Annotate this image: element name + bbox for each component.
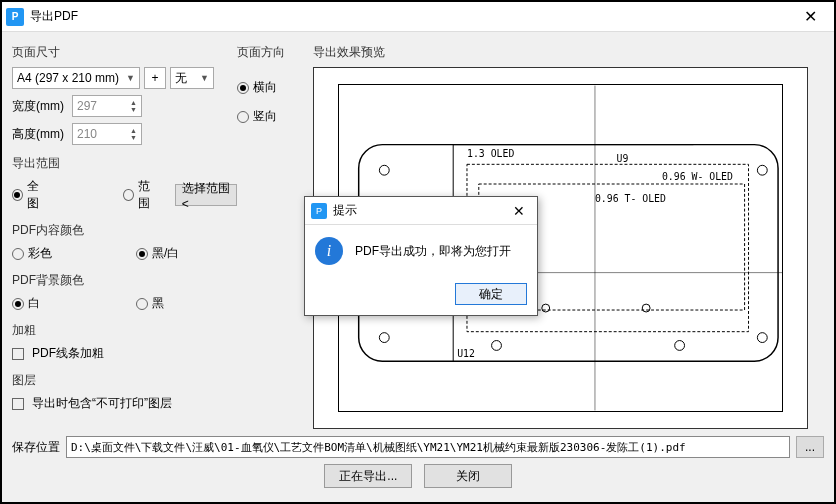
export-range-title: 导出范围: [12, 155, 237, 172]
svg-point-13: [492, 341, 502, 351]
color-radio[interactable]: 彩色: [12, 245, 52, 262]
bold-checkbox[interactable]: [12, 348, 24, 360]
dialog-title: 提示: [333, 202, 507, 219]
close-icon[interactable]: ✕: [790, 3, 830, 31]
bw-label: 黑/白: [152, 245, 179, 262]
orientation-title: 页面方向: [237, 44, 313, 61]
spinner-icon: ▲▼: [130, 127, 137, 141]
ok-button[interactable]: 确定: [455, 283, 527, 305]
browse-button[interactable]: ...: [796, 436, 824, 458]
unit-select[interactable]: 无▼: [170, 67, 214, 89]
content-color-title: PDF内容颜色: [12, 222, 237, 239]
height-input[interactable]: 210▲▼: [72, 123, 142, 145]
save-path-input[interactable]: D:\桌面文件\下载文件\汪威\01-血氧仪\工艺文件BOM清单\机械图纸\YM…: [66, 436, 790, 458]
bw-radio[interactable]: 黑/白: [136, 245, 179, 262]
width-input[interactable]: 297▲▼: [72, 95, 142, 117]
svg-point-11: [542, 304, 550, 312]
window-title: 导出PDF: [30, 8, 790, 25]
landscape-label: 横向: [253, 79, 277, 96]
portrait-label: 竖向: [253, 108, 277, 125]
range-range-radio[interactable]: 范围: [123, 178, 158, 212]
layer-checkbox[interactable]: [12, 398, 24, 410]
select-range-button[interactable]: 选择范围<: [175, 184, 237, 206]
label-13-oled: 1.3 OLED: [467, 148, 514, 159]
spinner-icon: ▲▼: [130, 99, 137, 113]
page-preset-select[interactable]: A4 (297 x 210 mm)▼: [12, 67, 140, 89]
chevron-down-icon: ▼: [200, 73, 209, 83]
bold-label: PDF线条加粗: [32, 345, 104, 362]
layer-title: 图层: [12, 372, 237, 389]
range-all-label: 全图: [27, 178, 48, 212]
svg-point-6: [757, 333, 767, 343]
label-096-t: 0.96 T- OLED: [595, 193, 666, 204]
white-label: 白: [28, 295, 40, 312]
save-label: 保存位置: [12, 439, 60, 456]
svg-point-14: [675, 341, 685, 351]
dialog-app-icon: P: [311, 203, 327, 219]
svg-point-4: [757, 165, 767, 175]
landscape-radio[interactable]: 横向: [237, 79, 277, 96]
label-096-w: 0.96 W- OLED: [662, 171, 733, 182]
save-path-value: D:\桌面文件\下载文件\汪威\01-血氧仪\工艺文件BOM清单\机械图纸\YM…: [71, 440, 686, 455]
svg-point-5: [379, 333, 389, 343]
black-radio[interactable]: 黑: [136, 295, 164, 312]
white-radio[interactable]: 白: [12, 295, 40, 312]
preview-title: 导出效果预览: [313, 44, 824, 61]
export-button[interactable]: 正在导出...: [324, 464, 412, 488]
page-preset-value: A4 (297 x 210 mm): [17, 71, 119, 85]
range-all-radio[interactable]: 全图: [12, 178, 47, 212]
page-size-title: 页面尺寸: [12, 44, 237, 61]
layer-label: 导出时包含“不可打印”图层: [32, 395, 172, 412]
app-icon: P: [6, 8, 24, 26]
black-label: 黑: [152, 295, 164, 312]
unit-value: 无: [175, 70, 187, 87]
dialog-close-icon[interactable]: ✕: [507, 203, 531, 219]
range-range-label: 范围: [138, 178, 159, 212]
width-value: 297: [77, 99, 97, 113]
export-pdf-window: P 导出PDF ✕ 页面尺寸 A4 (297 x 210 mm)▼ + 无▼ 宽…: [0, 0, 836, 504]
label-u12: U12: [457, 348, 475, 359]
portrait-radio[interactable]: 竖向: [237, 108, 277, 125]
chevron-down-icon: ▼: [126, 73, 135, 83]
close-button[interactable]: 关闭: [424, 464, 512, 488]
add-preset-button[interactable]: +: [144, 67, 166, 89]
label-u9: U9: [617, 153, 629, 164]
svg-point-12: [642, 304, 650, 312]
info-dialog: P 提示 ✕ i PDF导出成功，即将为您打开 确定: [304, 196, 538, 316]
width-label: 宽度(mm): [12, 98, 68, 115]
titlebar: P 导出PDF ✕: [2, 2, 834, 32]
height-value: 210: [77, 127, 97, 141]
dialog-message: PDF导出成功，即将为您打开: [355, 243, 511, 260]
info-icon: i: [315, 237, 343, 265]
svg-point-3: [379, 165, 389, 175]
bold-title: 加粗: [12, 322, 237, 339]
color-label: 彩色: [28, 245, 52, 262]
bg-color-title: PDF背景颜色: [12, 272, 237, 289]
height-label: 高度(mm): [12, 126, 68, 143]
